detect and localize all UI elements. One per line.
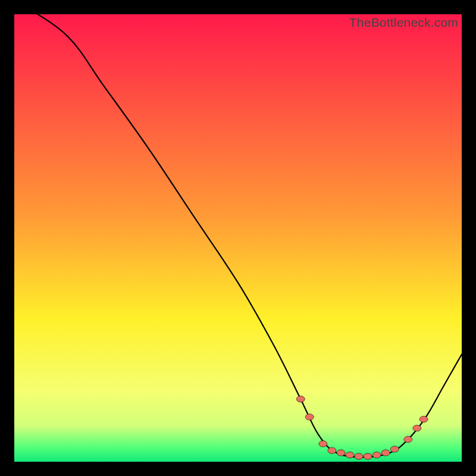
curve-marker xyxy=(355,453,363,459)
curve-marker xyxy=(305,414,314,420)
curve-marker xyxy=(346,452,354,458)
chart-svg xyxy=(14,14,462,462)
curve-marker xyxy=(328,447,336,453)
curve-marker xyxy=(404,436,412,442)
curve-marker xyxy=(372,452,381,458)
curve-marker xyxy=(337,450,345,456)
chart-stage: TheBottleneck.com xyxy=(0,0,476,476)
curve-marker xyxy=(390,446,399,452)
watermark-text: TheBottleneck.com xyxy=(349,15,458,30)
curve-marker xyxy=(364,453,372,459)
curve-marker xyxy=(419,416,428,422)
curve-marker xyxy=(413,425,421,431)
gradient-background xyxy=(14,14,462,462)
plot-area: TheBottleneck.com xyxy=(14,14,462,462)
curve-marker xyxy=(319,441,327,447)
curve-marker xyxy=(381,450,390,456)
curve-marker xyxy=(296,396,305,402)
